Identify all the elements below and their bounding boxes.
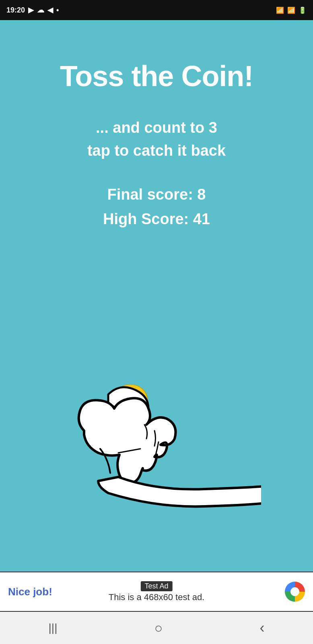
ad-description: This is a 468x60 test ad.	[109, 592, 204, 603]
youtube-icon: ▶	[28, 6, 34, 14]
ad-center: Test Ad This is a 468x60 test ad.	[109, 581, 204, 603]
time-display: 19:20	[6, 6, 25, 14]
status-left: 19:20 ▶ ☁ ◀ •	[6, 6, 59, 14]
ad-nice-job: Nice job!	[8, 586, 52, 598]
status-right: 📶 📶 🔋	[276, 6, 307, 14]
ad-logo[interactable]	[285, 582, 305, 602]
status-bar: 19:20 ▶ ☁ ◀ • 📶 📶 🔋	[0, 0, 313, 20]
game-area[interactable]: Toss the Coin! ... and count to 3 tap to…	[0, 20, 313, 572]
game-subtitle: ... and count to 3 tap to catch it back	[87, 116, 226, 162]
wifi-icon: 📶	[276, 6, 284, 14]
home-button[interactable]: ○	[154, 620, 163, 636]
high-score: High Score: 41	[103, 207, 210, 231]
hand-illustration	[52, 378, 261, 523]
ad-banner[interactable]: Nice job! Test Ad This is a 468x60 test …	[0, 572, 313, 612]
cloud-icon: ☁	[37, 6, 44, 14]
ad-label: Test Ad	[140, 581, 172, 591]
final-score: Final score: 8	[103, 182, 210, 207]
battery-icon: 🔋	[299, 6, 307, 14]
scores-display: Final score: 8 High Score: 41	[103, 182, 210, 231]
hand-svg	[52, 378, 261, 523]
dot-icon: •	[56, 6, 59, 14]
location-icon: ◀	[47, 6, 53, 14]
nav-bar: ||| ○ ‹	[0, 612, 313, 644]
game-title: Toss the Coin!	[60, 60, 253, 92]
subtitle-line2: tap to catch it back	[87, 139, 226, 162]
recents-button[interactable]: |||	[49, 621, 58, 634]
subtitle-line1: ... and count to 3	[87, 116, 226, 139]
signal-icon: 📶	[287, 6, 295, 14]
back-button[interactable]: ‹	[259, 619, 264, 636]
